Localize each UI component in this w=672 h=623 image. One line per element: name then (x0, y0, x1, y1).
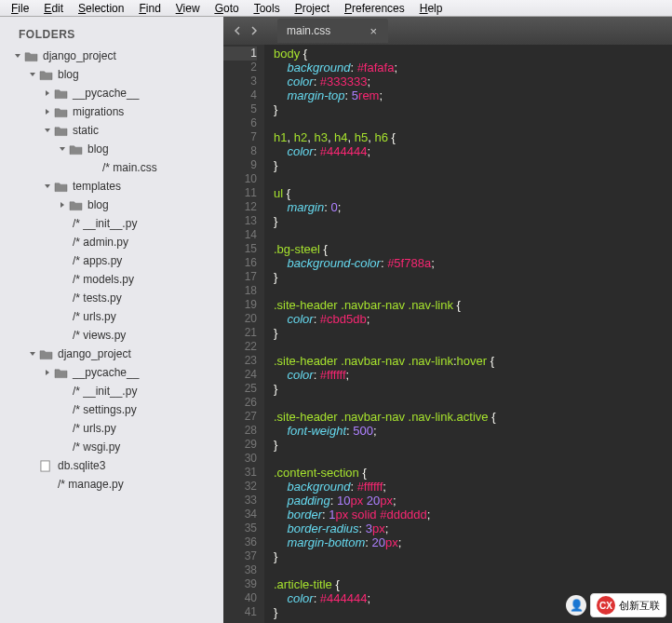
file-models.py[interactable]: /* models.py (4, 270, 223, 289)
code-line[interactable] (274, 116, 672, 130)
code-line[interactable] (274, 563, 672, 577)
code-body[interactable]: body { background: #fafafa; color: #3333… (264, 45, 672, 623)
file-icon (39, 459, 54, 472)
code-line[interactable] (274, 228, 672, 242)
tab-bar: main.css × (223, 17, 672, 45)
code-line[interactable]: } (274, 270, 672, 284)
code-line[interactable] (274, 452, 672, 466)
code-line[interactable]: } (274, 102, 672, 116)
line-number: 1 (223, 47, 257, 61)
code-line[interactable]: .content-section { (274, 466, 672, 480)
code-line[interactable]: color: #cbd5db; (274, 312, 672, 326)
menu-project[interactable]: Project (295, 2, 329, 15)
chevron-down-icon[interactable] (43, 126, 52, 135)
code-line[interactable]: color: #333333; (274, 74, 672, 88)
folder-migrations[interactable]: migrations (4, 102, 223, 121)
file-manage.py[interactable]: /* manage.py (4, 475, 223, 494)
file-db.sqlite3[interactable]: db.sqlite3 (4, 456, 223, 475)
chevron-down-icon[interactable] (28, 349, 37, 359)
menu-preferences[interactable]: Preferences (344, 2, 405, 15)
folder-__pycache__[interactable]: __pycache__ (4, 84, 223, 102)
code-line[interactable]: background-color: #5f788a; (274, 256, 672, 270)
code-line[interactable] (274, 396, 672, 410)
folder-django_project[interactable]: django_project (4, 345, 223, 363)
code-line[interactable]: background: #fafafa; (274, 61, 672, 74)
menu-edit[interactable]: Edit (44, 2, 63, 15)
file-views.py[interactable]: /* views.py (4, 326, 223, 345)
folder-django_project[interactable]: django_project (4, 47, 223, 65)
menu-view[interactable]: View (176, 2, 200, 15)
code-line[interactable]: } (274, 382, 672, 396)
folder-blog[interactable]: blog (4, 196, 223, 214)
code-line[interactable]: color: #444444; (274, 144, 672, 158)
menu-goto[interactable]: Goto (215, 2, 239, 15)
code-line[interactable]: padding: 10px 20px; (274, 494, 672, 508)
menu-file[interactable]: File (11, 2, 29, 15)
code-line[interactable]: } (274, 214, 672, 228)
file-icon (54, 422, 69, 435)
code-line[interactable]: font-weight: 500; (274, 424, 672, 438)
tab-main-css[interactable]: main.css × (277, 19, 388, 43)
folder-__pycache__[interactable]: __pycache__ (4, 363, 223, 382)
code-line[interactable]: } (274, 158, 672, 172)
code-line[interactable]: margin-bottom: 20px; (274, 535, 672, 549)
code-line[interactable]: } (274, 326, 672, 340)
file-urls.py[interactable]: /* urls.py (4, 307, 223, 326)
menu-help[interactable]: Help (420, 2, 443, 15)
folder-icon (54, 366, 69, 379)
file-wsgi.py[interactable]: /* wsgi.py (4, 438, 223, 456)
menu-find[interactable]: Find (139, 2, 160, 15)
code-line[interactable]: body { (274, 47, 672, 61)
code-line[interactable]: margin-top: 5rem; (274, 88, 672, 102)
file-tests.py[interactable]: /* tests.py (4, 289, 223, 307)
code-line[interactable] (274, 284, 672, 298)
menu-tools[interactable]: Tools (254, 2, 280, 15)
folder-blog[interactable]: blog (4, 140, 223, 158)
folder-blog[interactable]: blog (4, 65, 223, 84)
editor-area: main.css × 12345678910111213141516171819… (223, 17, 672, 623)
code-line[interactable]: .site-header .navbar-nav .nav-link.activ… (274, 410, 672, 424)
chevron-right-icon[interactable] (43, 368, 52, 377)
chevron-right-icon[interactable] (58, 200, 67, 210)
folder-static[interactable]: static (4, 121, 223, 140)
code-line[interactable]: .article-title { (274, 577, 672, 591)
code-line[interactable]: } (274, 438, 672, 452)
code-line[interactable]: background: #ffffff; (274, 480, 672, 494)
chevron-down-icon[interactable] (13, 51, 22, 61)
close-icon[interactable]: × (368, 25, 379, 36)
folder-icon (54, 87, 69, 100)
code-line[interactable]: margin: 0; (274, 200, 672, 214)
chevron-right-icon[interactable] (43, 88, 52, 98)
code-editor[interactable]: 1234567891011121314151617181920212223242… (223, 45, 672, 623)
folder-templates[interactable]: templates (4, 177, 223, 196)
chevron-right-icon[interactable] (43, 107, 52, 116)
chevron-down-icon[interactable] (43, 182, 52, 191)
code-line[interactable]: .bg-steel { (274, 242, 672, 256)
watermark-text: 创新互联 (619, 599, 660, 613)
file-urls.py[interactable]: /* urls.py (4, 419, 223, 438)
chevron-down-icon[interactable] (58, 144, 67, 154)
code-line[interactable] (274, 340, 672, 354)
nav-back-icon[interactable] (231, 24, 244, 37)
code-line[interactable]: .site-header .navbar-nav .nav-link { (274, 298, 672, 312)
code-line[interactable]: border-radius: 3px; (274, 521, 672, 535)
menu-selection[interactable]: Selection (78, 2, 124, 15)
code-line[interactable]: h1, h2, h3, h4, h5, h6 { (274, 130, 672, 144)
file-admin.py[interactable]: /* admin.py (4, 233, 223, 251)
code-line[interactable]: .site-header .navbar-nav .nav-link:hover… (274, 354, 672, 368)
file-icon (54, 291, 69, 305)
tab-label: main.css (287, 24, 330, 37)
file-__init__.py[interactable]: /* __init__.py (4, 214, 223, 233)
file-__init__.py[interactable]: /* __init__.py (4, 382, 223, 400)
chevron-down-icon[interactable] (28, 70, 37, 79)
nav-forward-icon[interactable] (248, 24, 261, 37)
file-apps.py[interactable]: /* apps.py (4, 251, 223, 270)
code-line[interactable] (274, 172, 672, 186)
file-settings.py[interactable]: /* settings.py (4, 400, 223, 419)
code-line[interactable]: } (274, 549, 672, 563)
code-line[interactable]: border: 1px solid #dddddd; (274, 508, 672, 521)
tree-item-label: /* apps.py (73, 254, 122, 267)
file-main.css[interactable]: /* main.css (4, 158, 223, 177)
code-line[interactable]: color: #ffffff; (274, 368, 672, 382)
code-line[interactable]: ul { (274, 186, 672, 200)
